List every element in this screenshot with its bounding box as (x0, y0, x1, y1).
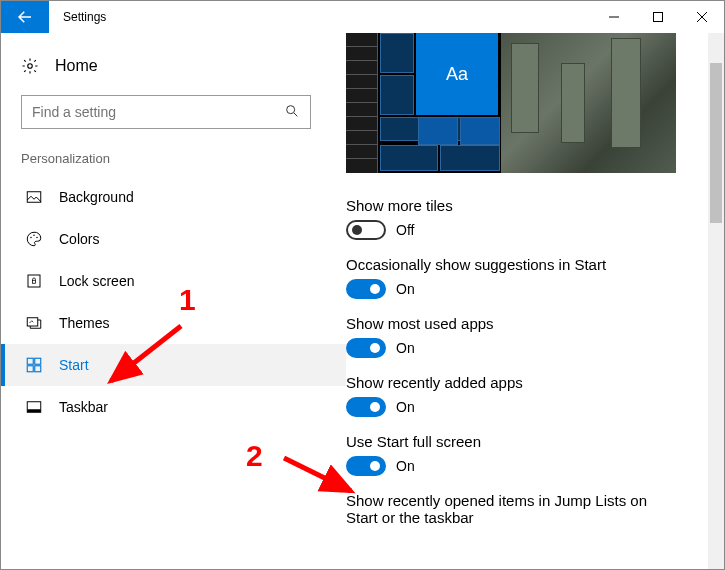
svg-rect-15 (27, 409, 41, 412)
home-label: Home (55, 57, 98, 75)
sidebar-item-label: Start (59, 357, 89, 373)
sidebar-item-label: Lock screen (59, 273, 134, 289)
content-area: Aa Show more tiles Off Occasionally show… (346, 33, 724, 569)
toggle-recently-added[interactable] (346, 397, 386, 417)
svg-rect-11 (35, 358, 41, 364)
titlebar: Settings (1, 1, 724, 33)
sidebar-item-lock-screen[interactable]: Lock screen (1, 260, 346, 302)
svg-rect-7 (28, 275, 40, 287)
toggle-state: On (396, 458, 415, 474)
window-title: Settings (63, 10, 106, 24)
svg-point-1 (28, 64, 33, 69)
maximize-button[interactable] (636, 1, 680, 33)
annotation-arrow-1 (96, 316, 196, 396)
svg-point-2 (287, 105, 295, 113)
toggle-state: On (396, 281, 415, 297)
toggle-state: Off (396, 222, 414, 238)
toggle-suggestions[interactable] (346, 279, 386, 299)
svg-rect-12 (27, 366, 33, 372)
taskbar-icon (25, 398, 43, 416)
svg-rect-13 (35, 366, 41, 372)
setting-label: Occasionally show suggestions in Start (346, 256, 704, 273)
start-icon (25, 356, 43, 374)
gear-icon (21, 57, 39, 75)
start-preview: Aa (346, 33, 676, 173)
minimize-icon (609, 12, 619, 22)
svg-rect-10 (27, 358, 33, 364)
search-box[interactable] (21, 95, 311, 129)
minimize-button[interactable] (592, 1, 636, 33)
toggle-show-more-tiles[interactable] (346, 220, 386, 240)
annotation-arrow-2 (276, 446, 376, 506)
sidebar-item-label: Colors (59, 231, 99, 247)
close-icon (697, 12, 707, 22)
lock-screen-icon (25, 272, 43, 290)
setting-show-more-tiles: Show more tiles Off (346, 197, 704, 240)
setting-label: Show recently opened items in Jump Lists… (346, 492, 666, 526)
back-button[interactable] (1, 1, 49, 33)
sidebar-item-background[interactable]: Background (1, 176, 346, 218)
svg-rect-8 (33, 280, 36, 283)
toggle-state: On (396, 340, 415, 356)
setting-label: Show recently added apps (346, 374, 704, 391)
section-header: Personalization (1, 147, 346, 176)
toggle-most-used[interactable] (346, 338, 386, 358)
scrollbar-thumb[interactable] (710, 63, 722, 223)
search-icon (284, 103, 300, 122)
sidebar-item-label: Background (59, 189, 134, 205)
themes-icon (25, 314, 43, 332)
setting-full-screen: Use Start full screen On (346, 433, 704, 476)
setting-recently-added: Show recently added apps On (346, 374, 704, 417)
setting-most-used: Show most used apps On (346, 315, 704, 358)
svg-rect-0 (654, 13, 663, 22)
svg-point-6 (36, 237, 38, 239)
svg-point-4 (30, 237, 32, 239)
palette-icon (25, 230, 43, 248)
toggle-state: On (396, 399, 415, 415)
sidebar-item-label: Taskbar (59, 399, 108, 415)
sidebar-item-colors[interactable]: Colors (1, 218, 346, 260)
maximize-icon (653, 12, 663, 22)
image-icon (25, 188, 43, 206)
preview-sample-tile: Aa (416, 33, 498, 115)
setting-label: Show more tiles (346, 197, 704, 214)
svg-point-5 (33, 235, 35, 237)
sidebar-home[interactable]: Home (1, 47, 346, 85)
scrollbar[interactable] (708, 33, 724, 569)
svg-line-16 (111, 326, 181, 381)
close-button[interactable] (680, 1, 724, 33)
setting-label: Show most used apps (346, 315, 704, 332)
setting-jump-lists: Show recently opened items in Jump Lists… (346, 492, 704, 526)
setting-suggestions: Occasionally show suggestions in Start O… (346, 256, 704, 299)
search-input[interactable] (32, 104, 262, 120)
setting-label: Use Start full screen (346, 433, 704, 450)
back-arrow-icon (16, 8, 34, 26)
svg-rect-3 (27, 192, 41, 203)
svg-line-17 (284, 458, 351, 491)
